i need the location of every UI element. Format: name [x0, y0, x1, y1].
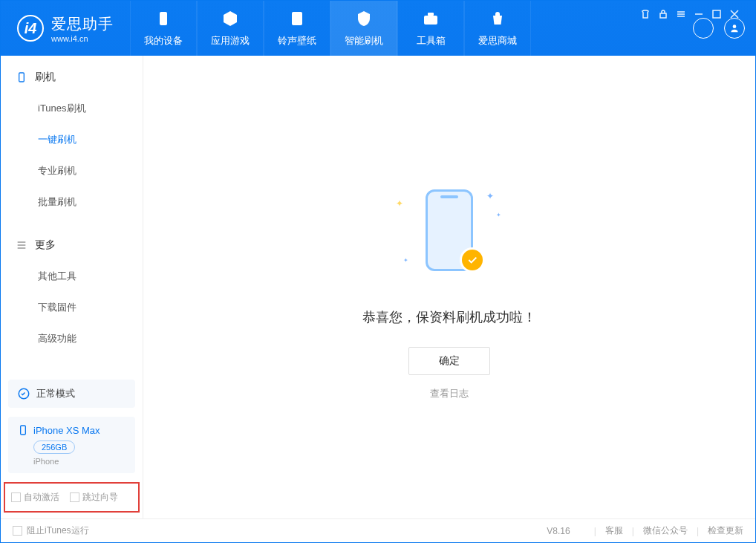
- device-mode-label: 正常模式: [36, 387, 75, 400]
- divider: |: [697, 526, 699, 536]
- sidebar-header-label: 刷机: [35, 71, 56, 84]
- minimize-button[interactable]: [694, 9, 704, 19]
- version-label: V8.16: [547, 526, 570, 536]
- nav-label: 工具箱: [417, 34, 446, 48]
- nav-ringtone-wallpaper[interactable]: 铃声壁纸: [264, 1, 330, 56]
- user-button[interactable]: [724, 18, 745, 39]
- svg-rect-2: [424, 16, 437, 25]
- app-footer: 阻止iTunes运行 V8.16 | 客服 | 微信公众号 | 检查更新: [1, 518, 755, 542]
- divider: |: [632, 526, 634, 536]
- device-name-row: iPhone XS Max: [17, 424, 126, 436]
- nav-label: 我的设备: [144, 34, 183, 48]
- logo-icon: i4: [17, 15, 44, 42]
- skip-wizard-checkbox[interactable]: 跳过向导: [70, 491, 118, 504]
- lock-button[interactable]: [658, 9, 668, 19]
- svg-rect-3: [428, 13, 434, 16]
- nav-apps-games[interactable]: 应用游戏: [197, 1, 264, 56]
- nav-label: 铃声壁纸: [278, 34, 316, 48]
- sidebar-item-batch-flash[interactable]: 批量刷机: [1, 186, 143, 218]
- checkmark-icon: [466, 254, 478, 266]
- sidebar-item-oneclick-flash[interactable]: 一键刷机: [1, 124, 143, 155]
- sidebar-header-label: 更多: [35, 238, 56, 252]
- device-type: iPhone: [33, 457, 126, 466]
- ok-button[interactable]: 确定: [408, 347, 490, 375]
- checkbox-icon: [13, 526, 22, 536]
- nav-my-device[interactable]: 我的设备: [130, 1, 197, 56]
- sidebar: 刷机 iTunes刷机 一键刷机 专业刷机 批量刷机 更多 其他工具 下载固件 …: [1, 56, 143, 518]
- checkbox-icon: [11, 492, 21, 502]
- wechat-link[interactable]: 微信公众号: [643, 524, 688, 537]
- sidebar-header-flash: 刷机: [1, 62, 143, 93]
- main-content: ✦ ✦ ✦ ✦ 恭喜您，保资料刷机成功啦！ 确定 查看日志: [143, 56, 755, 518]
- svg-rect-5: [660, 13, 666, 18]
- nav-label: 应用游戏: [211, 34, 250, 48]
- logo-subtitle: www.i4.cn: [51, 34, 114, 43]
- sidebar-section-flash: 刷机 iTunes刷机 一键刷机 专业刷机 批量刷机: [1, 56, 143, 224]
- logo-area: i4 爱思助手 www.i4.cn: [1, 14, 130, 43]
- nav-label: 智能刷机: [345, 34, 383, 48]
- checkbox-label: 自动激活: [24, 491, 59, 504]
- download-button[interactable]: [693, 18, 714, 39]
- device-name: iPhone XS Max: [33, 425, 100, 436]
- theme-button[interactable]: [640, 9, 651, 19]
- checkbox-label: 阻止iTunes运行: [27, 524, 89, 537]
- refresh-icon: [17, 387, 30, 400]
- svg-rect-6: [713, 10, 720, 18]
- download-icon: [698, 23, 708, 33]
- nav-smart-flash[interactable]: 智能刷机: [330, 1, 397, 56]
- lock-icon: [659, 10, 668, 19]
- menu-button[interactable]: [676, 9, 686, 19]
- customer-service-link[interactable]: 客服: [605, 524, 623, 537]
- sparkle-icon: ✦: [496, 212, 501, 218]
- app-header: i4 爱思助手 www.i4.cn 我的设备 应用游戏 铃声壁纸 智能刷机 工具…: [1, 1, 755, 56]
- main-nav: 我的设备 应用游戏 铃声壁纸 智能刷机 工具箱 爱思商城: [130, 1, 531, 56]
- auto-activate-checkbox[interactable]: 自动激活: [11, 491, 59, 504]
- close-icon: [730, 10, 739, 19]
- sidebar-section-more: 更多 其他工具 下载固件 高级功能: [1, 224, 143, 360]
- minimize-icon: [694, 10, 703, 19]
- music-icon: [288, 10, 306, 30]
- sidebar-item-pro-flash[interactable]: 专业刷机: [1, 155, 143, 186]
- sparkle-icon: ✦: [403, 257, 408, 264]
- nav-toolbox[interactable]: 工具箱: [397, 1, 464, 56]
- view-log-link[interactable]: 查看日志: [430, 387, 469, 400]
- sidebar-header-more: 更多: [1, 230, 143, 261]
- device-card[interactable]: iPhone XS Max 256GB iPhone: [8, 417, 135, 473]
- checkbox-icon: [70, 492, 79, 502]
- store-icon: [489, 10, 506, 30]
- divider: |: [594, 526, 596, 536]
- checkmark-badge: [460, 247, 485, 273]
- phone-icon: [16, 71, 27, 83]
- header-actions: [693, 18, 755, 39]
- toolbox-icon: [422, 10, 440, 30]
- tshirt-icon: [641, 10, 650, 19]
- success-illustration: ✦ ✦ ✦ ✦: [382, 175, 516, 286]
- device-mode-status[interactable]: 正常模式: [8, 380, 135, 408]
- sparkle-icon: ✦: [396, 198, 403, 209]
- svg-point-4: [733, 25, 737, 28]
- cube-icon: [221, 10, 239, 30]
- user-icon: [729, 23, 740, 33]
- sidebar-item-itunes-flash[interactable]: iTunes刷机: [1, 93, 143, 124]
- sidebar-item-advanced[interactable]: 高级功能: [1, 323, 143, 354]
- sidebar-item-download-firmware[interactable]: 下载固件: [1, 292, 143, 323]
- shield-icon: [355, 10, 373, 30]
- maximize-icon: [712, 10, 721, 19]
- nav-label: 爱思商城: [478, 34, 517, 48]
- sidebar-item-other-tools[interactable]: 其他工具: [1, 261, 143, 292]
- list-icon: [16, 239, 27, 251]
- block-itunes-checkbox[interactable]: 阻止iTunes运行: [13, 524, 89, 537]
- svg-rect-1: [292, 12, 302, 25]
- check-update-link[interactable]: 检查更新: [708, 524, 743, 537]
- nav-store[interactable]: 爱思商城: [464, 1, 531, 56]
- svg-rect-7: [19, 73, 25, 82]
- sparkle-icon: ✦: [486, 191, 494, 201]
- close-button[interactable]: [729, 9, 740, 19]
- success-message: 恭喜您，保资料刷机成功啦！: [362, 308, 536, 326]
- app-body: 刷机 iTunes刷机 一键刷机 专业刷机 批量刷机 更多 其他工具 下载固件 …: [1, 56, 755, 518]
- window-controls: [640, 9, 740, 19]
- maximize-button[interactable]: [711, 9, 722, 19]
- menu-icon: [677, 10, 685, 19]
- device-icon: [154, 10, 172, 30]
- svg-rect-9: [21, 426, 26, 435]
